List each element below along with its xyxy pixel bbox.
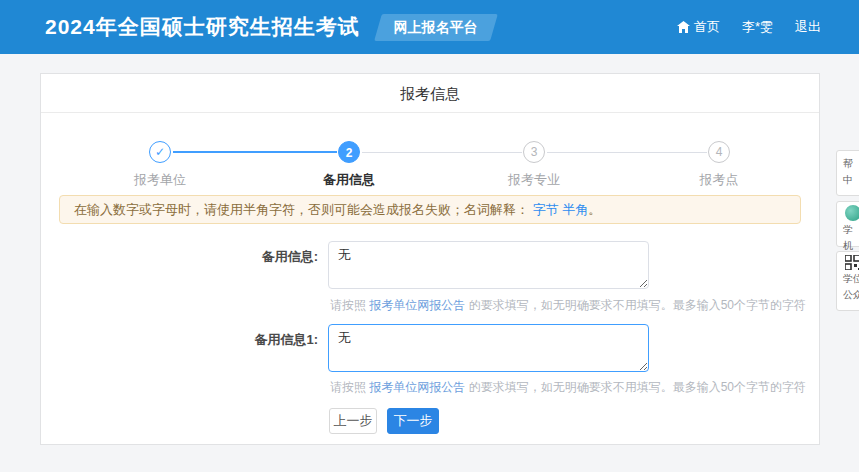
help-center-line2: 中 [843, 172, 859, 188]
backup-info-help: 请按照 报考单位网报公告 的要求填写，如无明确要求不用填写。最多输入50个字节的… [330, 297, 806, 314]
step-4-label: 报考点 [659, 171, 779, 189]
backup-info-label: 备用信息: [168, 248, 318, 266]
help-suffix: 的要求填写，如无明确要求不用填写。最多输入50个字节的字符 [465, 380, 806, 394]
page-title: 报考信息 [41, 74, 819, 113]
nav-logout-label: 退出 [795, 18, 821, 36]
backup-info1-help: 请按照 报考单位网报公告 的要求填写，如无明确要求不用填写。最多输入50个字节的… [330, 379, 806, 396]
header-nav: 首页 李*雯 退出 [677, 18, 821, 36]
robot-avatar-icon [845, 205, 859, 221]
alert-text: 在输入数字或字母时，请使用半角字符，否则可能会造成报名失败；名词解释： [74, 202, 529, 217]
wizard-stepper: ✓ 报考单位 2 备用信息 3 报考专业 4 报考点 [41, 114, 821, 194]
app-header: 2024年全国硕士研究生招生考试 网上报名平台 首页 李*雯 退出 [0, 0, 859, 54]
platform-badge: 网上报名平台 [374, 14, 498, 41]
qr-code-icon [845, 255, 859, 270]
help-center-line1: 帮 [843, 156, 859, 172]
step-connector [547, 152, 707, 153]
help-center-widget[interactable]: 帮 中 [836, 150, 859, 196]
step-connector [362, 152, 522, 153]
qrcode-line2: 公众 [843, 287, 859, 303]
nav-home[interactable]: 首页 [677, 18, 720, 36]
backup-info1-label: 备用信息1: [168, 331, 318, 349]
step-3-label: 报考专业 [474, 171, 594, 189]
nav-username-label: 李*雯 [742, 18, 773, 36]
halfwidth-warning-alert: 在输入数字或字母时，请使用半角字符，否则可能会造成报名失败；名词解释： 字节 半… [59, 195, 801, 224]
nav-logout[interactable]: 退出 [795, 18, 821, 36]
backup-info1-textarea[interactable]: 无 [328, 324, 649, 372]
glossary-link-byte[interactable]: 字节 [533, 202, 559, 217]
help-prefix: 请按照 [330, 298, 369, 312]
step-4-number: 4 [708, 141, 730, 163]
backup-info-textarea[interactable]: 无 [328, 241, 649, 289]
step-3-number: 3 [523, 141, 545, 163]
app-title: 2024年全国硕士研究生招生考试 [45, 13, 360, 41]
platform-badge-label: 网上报名平台 [394, 19, 478, 37]
application-info-panel: 报考信息 ✓ 报考单位 2 备用信息 3 报考专业 4 报考点 在输入数字或字母… [40, 73, 820, 445]
nav-home-label: 首页 [694, 18, 720, 36]
help-prefix: 请按照 [330, 380, 369, 394]
step-1-check-icon: ✓ [149, 141, 171, 163]
step-2-number: 2 [338, 141, 360, 163]
alert-suffix: 。 [588, 202, 601, 217]
unit-notice-link[interactable]: 报考单位网报公告 [369, 380, 465, 394]
home-icon [677, 21, 690, 33]
step-2-label: 备用信息 [289, 171, 409, 189]
nav-username[interactable]: 李*雯 [742, 18, 773, 36]
assistant-widget[interactable]: 学 机 [836, 201, 859, 247]
help-suffix: 的要求填写，如无明确要求不用填写。最多输入50个字节的字符 [465, 298, 806, 312]
qrcode-widget[interactable]: 学位 公众 [836, 251, 859, 311]
step-connector-done [173, 151, 337, 153]
unit-notice-link[interactable]: 报考单位网报公告 [369, 298, 465, 312]
step-1-label: 报考单位 [100, 171, 220, 189]
qrcode-line1: 学位 [843, 271, 859, 287]
glossary-link-halfwidth[interactable]: 半角 [562, 202, 588, 217]
next-step-button[interactable]: 下一步 [387, 408, 439, 434]
previous-step-button[interactable]: 上一步 [329, 408, 377, 434]
assistant-line1: 学 [843, 222, 859, 238]
